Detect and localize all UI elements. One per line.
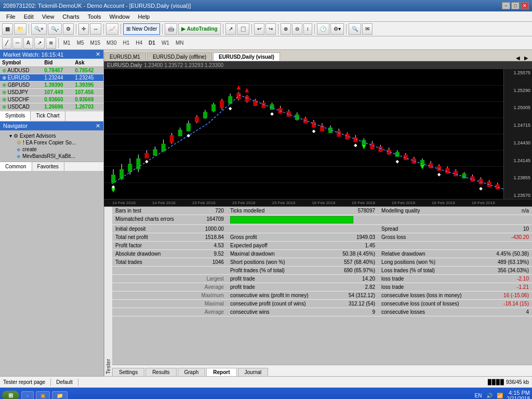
date-label-6: 16 Feb 2018 — [312, 201, 335, 205]
market-watch-row[interactable]: ⊕ AUDUSD 0.78467 0.78542 — [0, 67, 103, 74]
maximize-button[interactable]: □ — [511, 2, 520, 9]
spread-label: Spread — [378, 225, 484, 233]
period-m15[interactable]: M15 — [88, 39, 103, 46]
market-watch-row[interactable]: ⊕ USDCHF 0.93660 0.93669 — [0, 96, 103, 103]
nav-mev-icon: ◈ — [17, 153, 21, 159]
taskbar-app-mt4[interactable]: ▣ — [36, 391, 50, 400]
tester-tab-settings[interactable]: Settings — [112, 368, 144, 376]
indicator-button[interactable]: ↗ — [225, 23, 236, 35]
titlebar-controls: − □ ✕ — [502, 2, 529, 9]
navigator: Navigator ✕ ▾ ⚙ Expert Advisors ⚙ ! EA F… — [0, 121, 103, 376]
mw-bid: 1.26696 — [42, 103, 73, 111]
date-label-3: 15 Feb 2018 — [192, 201, 216, 205]
tab-symbols[interactable]: Symbols — [0, 111, 31, 121]
chart-fix-scale[interactable]: ↕ — [303, 23, 312, 35]
market-watch-row[interactable]: ⊕ USDCAD 1.26696 1.26703 — [0, 103, 103, 111]
chart-tab-prev[interactable]: ◀ — [514, 55, 522, 61]
period-h1[interactable]: H1 — [120, 39, 132, 46]
autotrading-button[interactable]: ▶ AutoTrading — [178, 23, 220, 35]
chart-zoom-btn2[interactable]: ⊖ — [292, 23, 302, 35]
properties-button[interactable]: ⚙ — [63, 23, 74, 35]
nav-tab-favorites[interactable]: Favorites — [32, 162, 64, 171]
chart-tab-next[interactable]: ▶ — [523, 55, 530, 61]
nav-item-mevbands[interactable]: ◈ MevBandsRSI_KaBit... — [2, 153, 101, 159]
date-label-7: 16 Feb 2018 — [352, 201, 375, 205]
chart-tab-daily-offline[interactable]: EURUSD,Daily (offline) — [147, 52, 212, 61]
svg-rect-93 — [462, 174, 466, 178]
navigator-close[interactable]: ✕ — [96, 123, 100, 129]
close-button[interactable]: ✕ — [521, 2, 529, 9]
options-btn[interactable]: ⚙▾ — [330, 23, 344, 35]
taskbar-app-folder[interactable]: 📁 — [52, 391, 68, 400]
chart-tab-daily-visual[interactable]: EURUSD,Daily (visual) — [213, 52, 280, 61]
avg-loss-value: -1.21 — [484, 283, 532, 291]
undo-button[interactable]: ↩ — [254, 23, 264, 35]
period-m5[interactable]: M5 — [74, 39, 87, 46]
chart-zoom-btn1[interactable]: ⊕ — [281, 23, 291, 35]
period-mn[interactable]: MN — [173, 39, 187, 46]
new-chart-button[interactable]: ▦ — [2, 23, 13, 35]
mail-btn[interactable]: ✉ — [362, 23, 373, 35]
open-button[interactable]: 📁 — [14, 23, 26, 35]
price-label-2: 1.25290 — [504, 88, 532, 93]
largest-profit-label: profit trade — [227, 275, 330, 283]
line-studies-button[interactable]: 📈 — [106, 23, 118, 35]
draw-line-btn[interactable]: ╱ — [2, 37, 11, 49]
menu-help[interactable]: Help — [134, 12, 154, 21]
draw-arr-btn[interactable]: ↗ — [34, 37, 45, 49]
market-watch-row[interactable]: ⊕ EURUSD 1.23244 1.23245 — [0, 74, 103, 82]
tab-tick-chart[interactable]: Tick Chart — [31, 111, 65, 121]
menu-edit[interactable]: Edit — [20, 12, 38, 21]
taskbar[interactable]: ⊞ ● ▣ 📁 EN 🔊 📶 4:15 PM 2/21/2018 — [0, 388, 532, 399]
market-watch-row[interactable]: ⊕ GBPUSD 1.39390 1.39395 — [0, 82, 103, 89]
menu-window[interactable]: Window — [105, 12, 134, 21]
menu-view[interactable]: View — [38, 12, 59, 21]
scroll-button[interactable]: ↔ — [90, 23, 101, 35]
period-m1[interactable]: M1 — [61, 39, 73, 46]
zoom-in-button[interactable]: 🔍+ — [31, 23, 47, 35]
toolbar2: ╱ ─ A ↗ ≋ M1 M5 M15 M30 H1 H4 D1 W1 MN — [0, 36, 532, 50]
expert-advisor-button[interactable]: 🤖 — [165, 23, 177, 35]
svg-rect-45 — [261, 103, 265, 108]
new-order-button[interactable]: ⊞ New Order — [123, 23, 160, 35]
navigator-header: Navigator ✕ — [0, 122, 103, 130]
menu-file[interactable]: File — [2, 12, 20, 21]
redo-button[interactable]: ↪ — [265, 23, 276, 35]
statusbar: Tester report page Default ▉▉▉▉ 936/45 k… — [0, 376, 532, 388]
market-watch-close[interactable]: ✕ — [96, 51, 100, 58]
chart-tab-m1[interactable]: EURUSD,M1 — [104, 52, 146, 61]
fib-btn[interactable]: ≋ — [46, 37, 56, 49]
draw-text-btn[interactable]: A — [23, 37, 33, 49]
crosshair-button[interactable]: ✛ — [78, 23, 89, 35]
search-btn[interactable]: 🔍 — [349, 23, 361, 35]
template-button[interactable]: 📋 — [237, 23, 249, 35]
nav-item-expert-advisors[interactable]: ▾ ⚙ Expert Advisors — [2, 132, 101, 139]
period-w1[interactable]: W1 — [159, 39, 172, 46]
draw-hline-btn[interactable]: ─ — [12, 37, 22, 49]
minimize-button[interactable]: − — [502, 2, 510, 9]
menu-charts[interactable]: Charts — [58, 12, 83, 21]
start-button[interactable]: ⊞ — [2, 391, 19, 400]
tester-tab-graph[interactable]: Graph — [178, 368, 206, 376]
time-btn[interactable]: 🕐 — [317, 23, 329, 35]
period-h4[interactable]: H4 — [133, 39, 145, 46]
tester-tab-results[interactable]: Results — [145, 368, 176, 376]
expected-payoff-value: 1.45 — [330, 242, 378, 250]
chart-area[interactable]: EURUSD,Daily 1.23400 1.23572 1.23293 1.2… — [104, 61, 532, 207]
svg-rect-39 — [236, 93, 241, 100]
menu-tools[interactable]: Tools — [84, 12, 105, 21]
period-d1[interactable]: D1 — [146, 39, 158, 46]
tester-tab-journal[interactable]: Journal — [238, 368, 269, 376]
nav-item-create[interactable]: ◈ create — [2, 146, 101, 153]
maximal-consec-profit-value: 312.12 (54) — [330, 300, 378, 308]
taskbar-right: EN 🔊 📶 4:15 PM 2/21/2018 — [475, 390, 530, 400]
nav-tab-common[interactable]: Common — [0, 162, 32, 171]
nav-item-ea-forex[interactable]: ⚙ ! EA Forex Copier So... — [2, 139, 101, 146]
tester-tab-report[interactable]: Report — [206, 368, 236, 376]
market-watch-row[interactable]: ⊕ USDJPY 107.449 107.456 — [0, 89, 103, 96]
period-m30[interactable]: M30 — [104, 39, 119, 46]
zoom-out-button[interactable]: 🔍- — [48, 23, 62, 35]
taskbar-app-chrome[interactable]: ● — [21, 391, 34, 400]
chart-canvas[interactable]: 1.25575 1.25290 1.25005 1.24715 1.24430 … — [104, 69, 532, 199]
mw-symbol: ⊕ USDJPY — [0, 89, 42, 96]
